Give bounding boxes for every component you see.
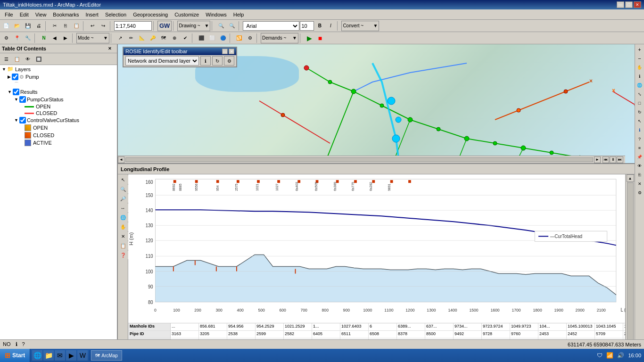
menu-help[interactable]: Help	[231, 11, 247, 18]
toc-controlValve[interactable]: ▼ ControlValveCurStatus	[0, 116, 117, 124]
bold-button[interactable]: B	[314, 21, 325, 31]
mode-dropdown[interactable]: Mode ~ ▼	[76, 33, 109, 43]
results-checkbox[interactable]	[13, 89, 19, 95]
rt-eye[interactable]: 👁	[636, 162, 644, 170]
rt-pin[interactable]: 📌	[636, 153, 644, 161]
toc-open2[interactable]: OPEN	[0, 124, 117, 132]
tb2-btn4[interactable]: ◀	[50, 33, 60, 43]
convert-dropdown[interactable]: Convert ~ ▼	[341, 21, 379, 31]
demands-dropdown[interactable]: Demands ~ ▼	[261, 33, 298, 43]
toc-pump[interactable]: ▶ ⚙ Pump	[0, 73, 117, 81]
redo-button[interactable]: ↪	[98, 21, 108, 31]
rosie-refresh-btn[interactable]: ↻	[212, 56, 223, 66]
copy-button[interactable]: ⎘	[60, 21, 71, 31]
profile-tool4[interactable]: ↔	[118, 204, 128, 212]
rt-globe[interactable]: 🌐	[636, 81, 644, 90]
map-scroll-left[interactable]: ◄	[118, 156, 124, 163]
start-button[interactable]: ⊞ Start	[0, 349, 30, 362]
rt-overview[interactable]: □	[636, 99, 644, 107]
tb2-btn5[interactable]: ▶	[60, 33, 71, 43]
tb2-btn2[interactable]: 📍	[12, 33, 22, 43]
toc-select-btn[interactable]: 🔲	[33, 54, 44, 64]
pump-checkbox[interactable]	[12, 74, 18, 80]
minimize-button[interactable]: —	[617, 1, 624, 8]
rt-zoom-in[interactable]: +	[636, 45, 644, 54]
menu-file[interactable]: File	[2, 11, 16, 18]
map-hscroll-thumb[interactable]	[125, 157, 593, 162]
toc-list-btn[interactable]: ☰	[1, 54, 11, 64]
tb2-tools3[interactable]: 📐	[137, 33, 147, 43]
rt-x[interactable]: ✕	[636, 180, 644, 188]
profile-tool7[interactable]: ✕	[118, 232, 128, 240]
arcmap-taskbar-item[interactable]: 🗺 ArcMap	[91, 350, 122, 361]
tb2-btn3[interactable]: 🔧	[23, 33, 33, 43]
tb2-tools11[interactable]: 🔁	[234, 33, 244, 43]
profile-tool5[interactable]: 🌐	[118, 213, 128, 222]
save-button[interactable]: 💾	[23, 21, 33, 31]
print-button[interactable]: 🖨	[33, 21, 44, 31]
tb2-run-btn[interactable]: ▶	[304, 33, 314, 43]
profile-tool9[interactable]: ❓	[118, 251, 128, 259]
rt-info2[interactable]: ℹ	[636, 126, 644, 134]
zoom-in-button[interactable]: 🔍	[216, 21, 226, 31]
toc-closed2[interactable]: CLOSED	[0, 132, 117, 139]
tb2-tools6[interactable]: ⊕	[169, 33, 180, 43]
play-stop[interactable]: ⏸	[610, 156, 616, 163]
profile-tool6[interactable]: ✋	[118, 222, 128, 231]
rt-refresh[interactable]: ↻	[636, 108, 644, 116]
menu-geoprocessing[interactable]: Geoprocessing	[130, 11, 171, 18]
menu-insert[interactable]: Insert	[83, 11, 101, 18]
toc-source-btn[interactable]: 📋	[12, 54, 22, 64]
profile-tool1[interactable]: ↖	[118, 175, 128, 184]
tb2-tools1[interactable]: ↗	[115, 33, 125, 43]
maximize-button[interactable]: □	[625, 1, 633, 8]
rt-zoom-out[interactable]: −	[636, 54, 644, 63]
rt-layers[interactable]: ≡	[636, 144, 644, 152]
tb2-tools12[interactable]: ⚙	[245, 33, 255, 43]
toc-results[interactable]: ▼ Results	[0, 88, 117, 96]
italic-button[interactable]: I	[325, 21, 336, 31]
ql-mail[interactable]: ✉	[55, 350, 65, 361]
ql-media[interactable]: ▶	[66, 350, 76, 361]
tb2-tools5[interactable]: 🗺	[158, 33, 169, 43]
rosie-minimize[interactable]: —	[222, 49, 228, 54]
fontsize-input[interactable]	[300, 21, 314, 31]
menu-windows[interactable]: Windows	[203, 11, 230, 18]
rosie-close[interactable]: ✕	[229, 49, 234, 54]
profile-scroll-thumb[interactable]	[627, 182, 634, 353]
play-forward[interactable]: ⏭	[617, 156, 623, 163]
tb2-stop-btn[interactable]: ■	[315, 33, 325, 43]
toc-pumpCurStatus[interactable]: ▼ PumpCurStatus	[0, 96, 117, 103]
title-controls[interactable]: — □ ✕	[617, 1, 641, 8]
paste-button[interactable]: 📋	[71, 21, 82, 31]
tb2-tools10[interactable]: 🔵	[218, 33, 228, 43]
rt-gear[interactable]: ⚙	[636, 189, 644, 197]
font-select[interactable]: Arial	[243, 21, 299, 31]
toc-open1[interactable]: OPEN	[0, 103, 117, 110]
controlValve-checkbox[interactable]	[19, 117, 26, 123]
rosie-info-btn[interactable]: ℹ	[200, 56, 211, 66]
rosie-layer-dropdown[interactable]: Network and Demand layer	[125, 56, 199, 66]
profile-scroll-up[interactable]: ▲	[627, 174, 634, 182]
play-back[interactable]: ⏮	[603, 156, 609, 163]
map-hscrollbar[interactable]: ◄ ► ⏮ ⏸ ⏭	[118, 156, 625, 163]
tb2-tools8[interactable]: ⬛	[196, 33, 206, 43]
profile-tool2[interactable]: 🔍	[118, 185, 128, 193]
menu-edit[interactable]: Edit	[17, 11, 32, 18]
ql-word[interactable]: W	[77, 350, 88, 361]
close-button[interactable]: ✕	[634, 1, 641, 8]
undo-button[interactable]: ↩	[87, 21, 98, 31]
rt-arrow[interactable]: ↖	[636, 117, 644, 125]
menu-customize[interactable]: Customize	[172, 11, 202, 18]
ql-ie[interactable]: 🌐	[32, 350, 42, 361]
toc-layers-root[interactable]: ▼ 📁 Layers	[0, 65, 117, 73]
rt-expand[interactable]: ⤡	[636, 90, 644, 99]
map-scroll-right[interactable]: ►	[594, 156, 601, 163]
profile-tool3[interactable]: 🔎	[118, 194, 128, 203]
new-button[interactable]: 📄	[1, 21, 11, 31]
rosie-settings-btn[interactable]: ⚙	[224, 56, 234, 66]
scale-input[interactable]	[114, 21, 152, 31]
rt-question[interactable]: ?	[636, 135, 644, 143]
menu-view[interactable]: View	[33, 11, 50, 18]
toc-visibility-btn[interactable]: 👁	[23, 54, 33, 64]
